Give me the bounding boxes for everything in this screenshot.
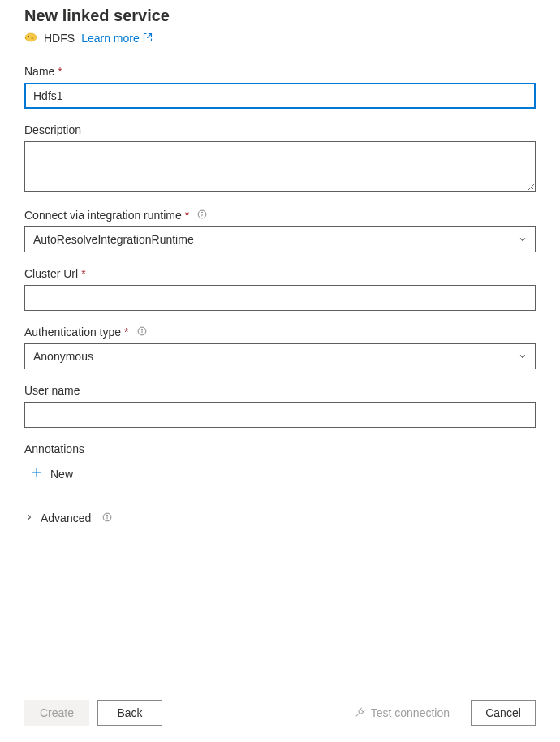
description-label: Description [24, 123, 536, 136]
test-connection-label: Test connection [371, 706, 450, 719]
auth-type-select[interactable]: Anonymous [24, 343, 536, 369]
name-label: Name * [24, 65, 536, 78]
description-input[interactable] [24, 141, 536, 192]
plug-icon [355, 706, 366, 720]
required-indicator: * [81, 267, 85, 280]
new-annotation-label: New [50, 468, 73, 481]
cluster-url-label: Cluster Url * [24, 267, 536, 280]
info-icon[interactable] [192, 209, 207, 222]
info-icon[interactable] [97, 511, 112, 524]
integration-runtime-select[interactable]: AutoResolveIntegrationRuntime [24, 226, 536, 252]
chevron-right-icon [24, 511, 34, 524]
test-connection-button: Test connection [342, 700, 463, 726]
add-annotation-button[interactable]: New [24, 467, 73, 481]
svg-point-8 [141, 329, 142, 330]
external-link-icon [143, 32, 153, 45]
back-button[interactable]: Back [97, 700, 162, 726]
svg-point-5 [202, 212, 203, 213]
integration-runtime-label: Connect via integration runtime * [24, 209, 536, 222]
learn-more-link[interactable]: Learn more [81, 32, 153, 45]
user-name-label: User name [24, 384, 536, 397]
page-title: New linked service [24, 6, 536, 25]
auth-type-label: Authentication type * [24, 326, 536, 339]
svg-point-1 [28, 36, 29, 37]
user-name-field-group: User name [24, 384, 536, 428]
learn-more-label: Learn more [81, 32, 140, 45]
create-button: Create [24, 700, 89, 726]
name-input[interactable] [24, 83, 536, 109]
auth-type-field-group: Authentication type * Anonymous [24, 326, 536, 369]
integration-runtime-field-group: Connect via integration runtime * AutoRe… [24, 209, 536, 252]
integration-runtime-value: AutoResolveIntegrationRuntime [33, 233, 194, 246]
cluster-url-field-group: Cluster Url * [24, 267, 536, 311]
cancel-button[interactable]: Cancel [471, 700, 536, 726]
svg-point-13 [107, 515, 108, 516]
service-subheader: HDFS Learn more [24, 30, 536, 45]
annotations-field-group: Annotations New [24, 442, 536, 481]
annotations-label: Annotations [24, 442, 536, 455]
advanced-label: Advanced [41, 511, 91, 524]
description-field-group: Description [24, 123, 536, 194]
service-name-label: HDFS [44, 32, 75, 45]
advanced-toggle[interactable]: Advanced [24, 511, 112, 524]
auth-type-value: Anonymous [33, 350, 93, 363]
plus-icon [31, 467, 42, 481]
required-indicator: * [58, 65, 62, 78]
required-indicator: * [185, 209, 189, 222]
required-indicator: * [124, 326, 128, 339]
cluster-url-input[interactable] [24, 285, 536, 311]
user-name-input[interactable] [24, 402, 536, 428]
svg-point-2 [31, 37, 34, 40]
footer: Create Back Test connection Cancel [0, 687, 560, 742]
svg-point-0 [25, 33, 37, 41]
name-field-group: Name * [24, 65, 536, 109]
info-icon[interactable] [132, 326, 147, 339]
hdfs-icon [24, 30, 37, 45]
